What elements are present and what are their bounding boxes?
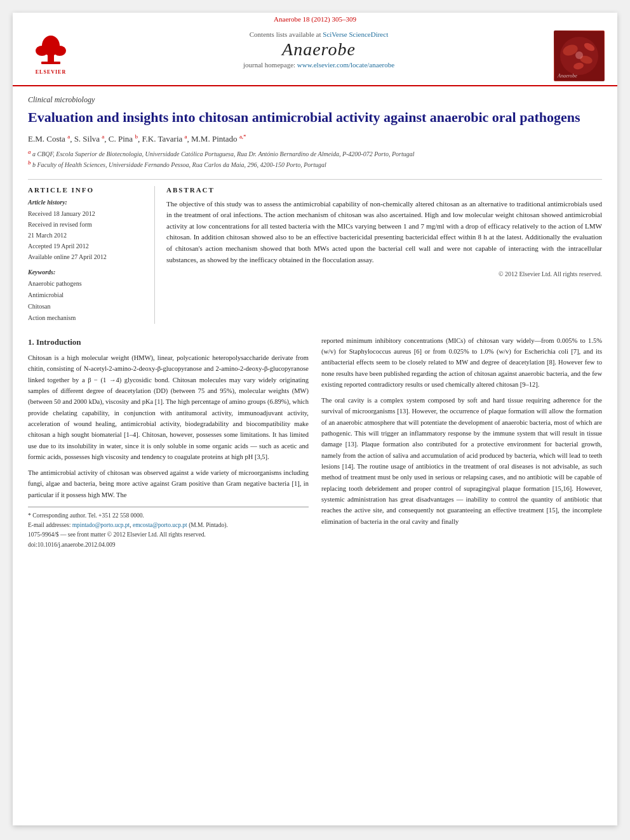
sciverse-link[interactable]: SciVerse ScienceDirect — [323, 30, 388, 38]
body-col-right: reported minimum inhibitory concentratio… — [321, 335, 602, 550]
svg-point-2 — [36, 46, 48, 56]
email-link-2[interactable]: emcosta@porto.ucp.pt — [133, 522, 187, 528]
body-content: 1. Introduction Chitosan is a high molec… — [28, 335, 602, 550]
footnotes: * Corresponding author. Tel. +351 22 558… — [28, 511, 309, 550]
svg-rect-4 — [41, 62, 60, 64]
homepage-link[interactable]: www.elsevier.com/locate/anaerobe — [297, 61, 394, 69]
article-info-heading: Article Info — [28, 186, 145, 194]
intro-col2-p1: reported minimum inhibitory concentratio… — [321, 335, 602, 390]
svg-text:Anaerobe: Anaerobe — [557, 73, 577, 79]
history-label: Article history: — [28, 199, 145, 206]
keyword-3: Chitosan — [28, 301, 145, 312]
online-date: Available online 27 April 2012 — [28, 251, 145, 262]
journal-header-center: Contents lists available at SciVerse Sci… — [84, 30, 554, 69]
main-content: Clinical microbiology Evaluation and ins… — [13, 86, 617, 563]
email-link-1[interactable]: mpintado@porto.ucp.pt — [72, 522, 130, 528]
elsevier-text: ELSEVIER — [36, 69, 66, 75]
body-col-left: 1. Introduction Chitosan is a high molec… — [28, 335, 309, 550]
journal-homepage: journal homepage: www.elsevier.com/locat… — [84, 61, 554, 69]
received-date: Received 18 January 2012 — [28, 208, 145, 219]
abstract-text: The objective of this study was to asses… — [166, 199, 602, 266]
intro-heading: 1. Introduction — [28, 335, 309, 349]
abstract-heading: Abstract — [166, 186, 602, 194]
intro-p2: The antimicrobial activity of chitosan w… — [28, 467, 309, 500]
article-page: Anaerobe 18 (2012) 305–309 ELSEVIER Cont… — [13, 13, 617, 825]
svg-point-3 — [53, 46, 66, 56]
doi-line: doi:10.1016/j.anaerobe.2012.04.009 — [28, 540, 309, 550]
keyword-1: Anaerobic pathogens — [28, 278, 145, 290]
footnote-divider — [28, 507, 309, 507]
keywords-label: Keywords: — [28, 269, 145, 276]
abstract-column: Abstract The objective of this study was… — [166, 186, 602, 324]
section-tag: Clinical microbiology — [28, 95, 602, 105]
article-title: Evaluation and insights into chitosan an… — [28, 109, 602, 127]
revised-label: Received in revised form — [28, 219, 145, 230]
revised-date: 21 March 2012 — [28, 230, 145, 241]
keywords-section: Keywords: Anaerobic pathogens Antimicrob… — [28, 269, 145, 324]
affiliations: a a CBQF, Escola Superior de Biotecnolog… — [28, 148, 602, 170]
article-dates: Received 18 January 2012 Received in rev… — [28, 208, 145, 262]
authors-line: E.M. Costa a, S. Silva a, C. Pina b, F.K… — [28, 133, 602, 144]
article-info-column: Article Info Article history: Received 1… — [28, 186, 155, 324]
accepted-date: Accepted 19 April 2012 — [28, 241, 145, 251]
affiliation-a: a a CBQF, Escola Superior de Biotecnolog… — [28, 148, 602, 159]
info-abstract-section: Article Info Article history: Received 1… — [28, 179, 602, 324]
svg-point-11 — [575, 51, 583, 59]
affiliation-b: b b Faculty of Health Sciences, Universi… — [28, 159, 602, 170]
corresponding-note: * Corresponding author. Tel. +351 22 558… — [28, 511, 309, 521]
email-note: E-mail addresses: mpintado@porto.ucp.pt,… — [28, 521, 309, 530]
issn-line: 1075-9964/$ — see front matter © 2012 El… — [28, 530, 309, 540]
journal-thumbnail: Anaerobe — [554, 30, 605, 81]
intro-col2-p2: The oral cavity is a complex system comp… — [321, 395, 602, 527]
keywords-list: Anaerobic pathogens Antimicrobial Chitos… — [28, 278, 145, 324]
keyword-4: Action mechanism — [28, 312, 145, 324]
journal-name: Anaerobe — [84, 39, 554, 60]
intro-p1: Chitosan is a high molecular weight (HMW… — [28, 352, 309, 462]
volume-info: Anaerobe 18 (2012) 305–309 — [13, 13, 617, 25]
keyword-2: Antimicrobial — [28, 290, 145, 301]
elsevier-logo: ELSEVIER — [25, 33, 76, 75]
journal-header: ELSEVIER Contents lists available at Sci… — [13, 25, 617, 86]
sciverse-line: Contents lists available at SciVerse Sci… — [84, 30, 554, 38]
thumbnail-image: Anaerobe — [554, 30, 605, 81]
copyright-notice: © 2012 Elsevier Ltd. All rights reserved… — [166, 270, 602, 277]
